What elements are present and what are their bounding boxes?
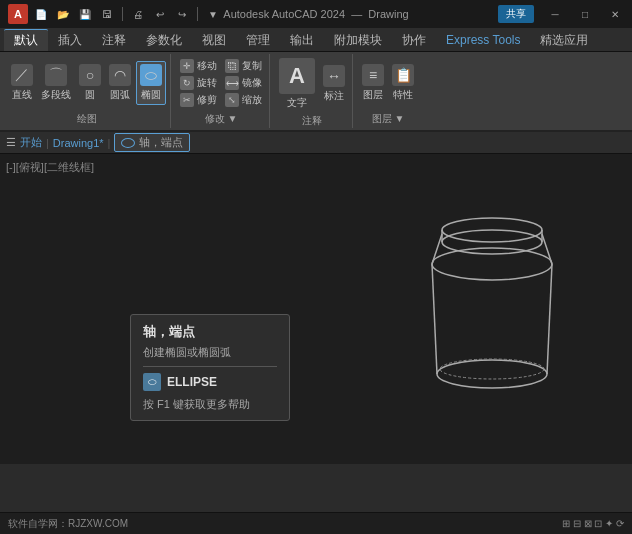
- sep2: [197, 7, 198, 21]
- ribbon-group-layer: ≡ 图层 📋 特性 图层 ▼: [355, 54, 421, 128]
- modify-items: ✛ 移动 ↻ 旋转 ✂ 修剪 ⿻ 复制 ⟷ 镜像: [177, 56, 265, 110]
- polyline-label: 多段线: [41, 88, 71, 102]
- svg-line-2: [547, 264, 552, 374]
- ellipse-mini-icon: [121, 138, 135, 148]
- svg-point-10: [440, 359, 544, 379]
- annot-group-label: 注释: [302, 114, 322, 128]
- svg-point-0: [437, 360, 547, 388]
- dimension-icon: ↔: [323, 65, 345, 87]
- tooltip-separator: [143, 366, 277, 367]
- canvas-label: [-][俯视][二维线框]: [6, 160, 94, 175]
- mirror-button[interactable]: ⟷ 镜像: [222, 75, 265, 91]
- app-title: Autodesk AutoCAD 2024: [223, 8, 345, 20]
- title-bar: A 📄 📂 💾 🖫 🖨 ↩ ↪ ▼ Autodesk AutoCAD 2024 …: [0, 0, 632, 28]
- command-name: ELLIPSE: [167, 375, 217, 389]
- tab-parametric[interactable]: 参数化: [136, 29, 192, 51]
- jar-illustration: [412, 184, 572, 404]
- svg-line-4: [432, 234, 442, 264]
- dimension-button[interactable]: ↔ 标注: [320, 63, 348, 105]
- maximize-button[interactable]: □: [576, 5, 594, 23]
- scale-icon: ⤡: [225, 93, 239, 107]
- copy-icon: ⿻: [225, 59, 239, 73]
- title-left: A 📄 📂 💾 🖫 🖨 ↩ ↪ ▼: [8, 4, 222, 24]
- draw-toolbar: ☰ 开始 | Drawing1* | 轴，端点: [0, 132, 632, 154]
- qa-print[interactable]: 🖨: [129, 5, 147, 23]
- ribbon: ／ 直线 ⌒ 多段线 ○ 圆 ◠ 圆弧 ⬭ 椭圆 绘图: [0, 52, 632, 132]
- line-button[interactable]: ／ 直线: [8, 62, 36, 104]
- line-label: 直线: [12, 88, 32, 102]
- ellipse-button[interactable]: ⬭ 椭圆: [136, 61, 166, 105]
- move-button[interactable]: ✛ 移动: [177, 58, 220, 74]
- minimize-button[interactable]: ─: [546, 5, 564, 23]
- mirror-icon: ⟷: [225, 76, 239, 90]
- arc-button[interactable]: ◠ 圆弧: [106, 62, 134, 104]
- arc-label: 圆弧: [110, 88, 130, 102]
- draw-items: ／ 直线 ⌒ 多段线 ○ 圆 ◠ 圆弧 ⬭ 椭圆: [8, 56, 166, 110]
- trim-label: 修剪: [197, 93, 217, 107]
- layer-button[interactable]: ≡ 图层: [359, 62, 387, 104]
- tab-view[interactable]: 视图: [192, 29, 236, 51]
- rotate-button[interactable]: ↻ 旋转: [177, 75, 220, 91]
- svg-point-3: [432, 248, 552, 280]
- tab-addon[interactable]: 附加模块: [324, 29, 392, 51]
- drawing-tab-label[interactable]: Drawing1*: [53, 137, 104, 149]
- qa-saveas[interactable]: 🖫: [98, 5, 116, 23]
- tooltip-description: 创建椭圆或椭圆弧: [143, 345, 277, 360]
- props-icon: 📋: [392, 64, 414, 86]
- qa-save[interactable]: 💾: [76, 5, 94, 23]
- circle-icon: ○: [79, 64, 101, 86]
- sep1: [122, 7, 123, 21]
- props-label: 特性: [393, 88, 413, 102]
- canvas-area[interactable]: [-][俯视][二维线框] 轴，端点 创建椭圆或椭圆弧 ⬭ ELLIPSE 按 …: [0, 154, 632, 464]
- status-right: ⊞ ⊟ ⊠ ⊡ ✦ ⟳: [562, 518, 624, 529]
- scale-button[interactable]: ⤡ 缩放: [222, 92, 265, 108]
- tab-collab[interactable]: 协作: [392, 29, 436, 51]
- ellipse-icon: ⬭: [140, 64, 162, 86]
- close-button[interactable]: ✕: [606, 5, 624, 23]
- polyline-button[interactable]: ⌒ 多段线: [38, 62, 74, 104]
- qa-open[interactable]: 📂: [54, 5, 72, 23]
- rotate-icon: ↻: [180, 76, 194, 90]
- tab-express-tools[interactable]: Express Tools: [436, 29, 530, 51]
- annot-items: A 文字 ↔ 标注: [276, 56, 348, 112]
- tab-annotation[interactable]: 注释: [92, 29, 136, 51]
- ellipse-label: 椭圆: [141, 88, 161, 102]
- dimension-label: 标注: [324, 89, 344, 103]
- tooltip-title: 轴，端点: [143, 323, 277, 341]
- ribbon-group-annotation: A 文字 ↔ 标注 注释: [272, 54, 353, 128]
- text-button[interactable]: A 文字: [276, 56, 318, 112]
- modify-small-btns2: ⿻ 复制 ⟷ 镜像 ⤡ 缩放: [222, 58, 265, 108]
- ellipse-axis-context[interactable]: 轴，端点: [114, 133, 190, 152]
- tab-default[interactable]: 默认: [4, 29, 48, 51]
- qa-extra[interactable]: ▼: [204, 5, 222, 23]
- tooltip-command: ⬭ ELLIPSE: [143, 373, 277, 391]
- move-icon: ✛: [180, 59, 194, 73]
- copy-button[interactable]: ⿻ 复制: [222, 58, 265, 74]
- tab-featured[interactable]: 精选应用: [530, 29, 598, 51]
- ellipse-command-icon: ⬭: [143, 373, 161, 391]
- qa-new[interactable]: 📄: [32, 5, 50, 23]
- circle-button[interactable]: ○ 圆: [76, 62, 104, 104]
- modify-group-label: 修改 ▼: [205, 112, 238, 126]
- line-icon: ／: [11, 64, 33, 86]
- arc-icon: ◠: [109, 64, 131, 86]
- tab-manage[interactable]: 管理: [236, 29, 280, 51]
- svg-line-5: [542, 234, 552, 264]
- tooltip-help: 按 F1 键获取更多帮助: [143, 397, 277, 412]
- move-label: 移动: [197, 59, 217, 73]
- draw-group-label: 绘图: [77, 112, 97, 126]
- layer-group-label: 图层 ▼: [372, 112, 405, 126]
- toolbar-menu-icon[interactable]: ☰: [6, 136, 16, 149]
- qa-undo[interactable]: ↩: [151, 5, 169, 23]
- title-right: 共享 ─ □ ✕: [494, 5, 624, 23]
- trim-button[interactable]: ✂ 修剪: [177, 92, 220, 108]
- ribbon-tabs: 默认 插入 注释 参数化 视图 管理 输出 附加模块 协作 Express To…: [0, 28, 632, 52]
- props-button[interactable]: 📋 特性: [389, 62, 417, 104]
- copy-label: 复制: [242, 59, 262, 73]
- qa-redo[interactable]: ↪: [173, 5, 191, 23]
- tab-output[interactable]: 输出: [280, 29, 324, 51]
- share-button[interactable]: 共享: [498, 5, 534, 23]
- status-icons: ⊞ ⊟ ⊠ ⊡ ✦ ⟳: [562, 518, 624, 529]
- start-tab-label[interactable]: 开始: [20, 135, 42, 150]
- tab-insert[interactable]: 插入: [48, 29, 92, 51]
